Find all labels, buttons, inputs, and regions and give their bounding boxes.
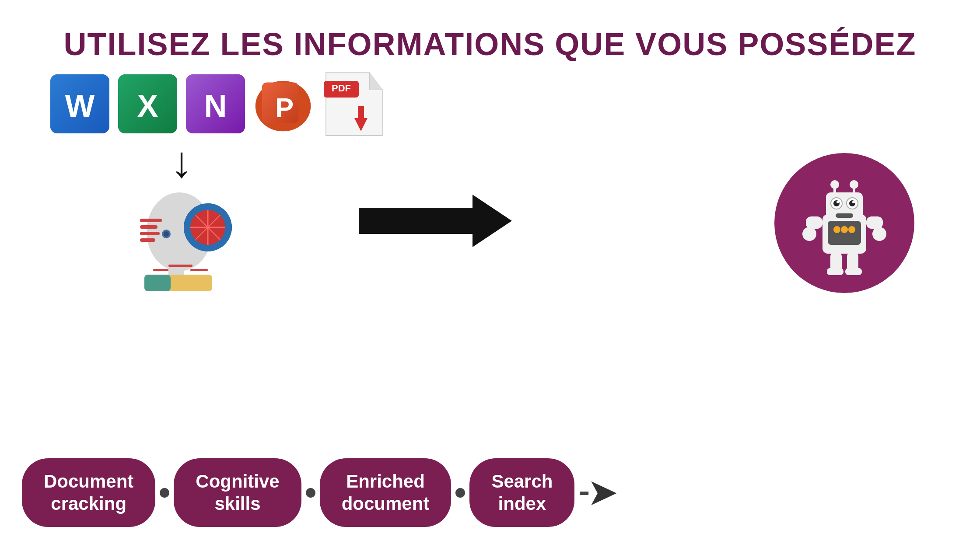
page-title: UTILISEZ LES INFORMATIONS QUE VOUS POSSÉ… [0, 0, 980, 62]
svg-text:P: P [275, 92, 294, 123]
svg-rect-60 [845, 268, 862, 275]
svg-rect-18 [144, 275, 171, 291]
svg-rect-54 [866, 216, 883, 229]
connector-3 [453, 488, 468, 498]
powerpoint-icon: P [254, 74, 313, 133]
down-arrow: ↓ [171, 140, 192, 184]
svg-rect-34 [190, 269, 208, 271]
svg-point-52 [848, 226, 855, 233]
svg-text:PDF: PDF [332, 83, 351, 94]
ai-head-illustration [127, 188, 249, 289]
svg-text:N: N [204, 88, 227, 123]
svg-point-46 [836, 201, 839, 203]
pipeline-step-cognitive-skills: Cognitiveskills [174, 458, 301, 527]
excel-icon: X [118, 74, 177, 133]
svg-rect-14 [358, 106, 364, 119]
svg-rect-24 [140, 238, 155, 242]
app-icons-row: W X N [50, 68, 387, 140]
svg-rect-41 [853, 185, 855, 194]
svg-point-55 [802, 227, 816, 241]
svg-rect-21 [140, 219, 162, 222]
svg-rect-59 [827, 268, 844, 275]
svg-point-56 [872, 227, 886, 241]
svg-point-51 [841, 226, 848, 233]
svg-rect-32 [168, 265, 192, 267]
svg-point-47 [852, 201, 855, 203]
pipeline-step-search-index: Searchindex [469, 458, 574, 527]
pdf-icon: PDF [322, 68, 387, 140]
svg-rect-39 [833, 185, 836, 194]
connector-2 [303, 488, 318, 498]
connector-1 [157, 488, 172, 498]
svg-point-50 [833, 226, 840, 233]
word-icon: W [50, 74, 109, 133]
pipeline-step-document-cracking: Documentcracking [22, 458, 155, 527]
svg-marker-10 [370, 72, 383, 90]
svg-point-20 [164, 231, 169, 237]
svg-rect-48 [836, 213, 853, 218]
svg-rect-23 [140, 232, 160, 235]
svg-rect-22 [140, 225, 158, 229]
dashed-arrow: ··· ➤ [578, 474, 616, 512]
svg-rect-53 [806, 216, 822, 229]
onenote-icon: N [186, 74, 245, 133]
right-arrow [359, 192, 512, 249]
svg-text:W: W [65, 88, 95, 123]
pipeline-step-enriched-document: Enricheddocument [320, 458, 452, 527]
svg-rect-33 [153, 269, 168, 271]
robot-icon [774, 153, 914, 293]
svg-marker-35 [359, 195, 512, 247]
pipeline-row: Documentcracking Cognitiveskills Enriche… [22, 458, 620, 527]
svg-text:X: X [137, 88, 158, 123]
